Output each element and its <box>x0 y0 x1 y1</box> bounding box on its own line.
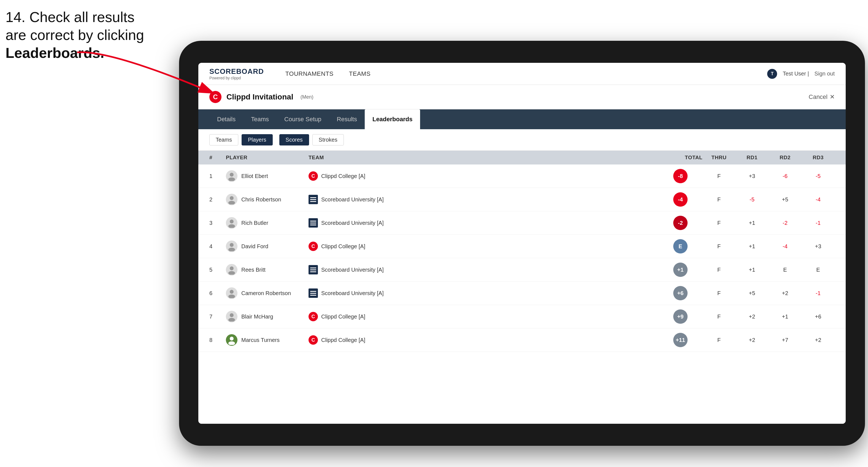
tab-nav: Details Teams Course Setup Results Leade… <box>198 110 846 129</box>
rd3: +6 <box>802 314 835 320</box>
team-logo: C <box>309 172 318 181</box>
team-name: Clippd College [A] <box>321 243 365 250</box>
team-cell: C Clippd College [A] <box>309 242 658 251</box>
avatar <box>226 194 238 205</box>
tab-leaderboards[interactable]: Leaderboards <box>365 110 421 129</box>
sign-out-link[interactable]: Sign out <box>814 70 835 77</box>
thru: F <box>703 267 736 273</box>
tab-course-setup[interactable]: Course Setup <box>277 110 329 129</box>
player-name-cell: Cameron Robertson <box>226 287 309 299</box>
col-rd3: RD3 <box>802 155 835 161</box>
logo-text: SCOREBOARD <box>209 67 264 76</box>
svg-point-2 <box>228 178 235 181</box>
svg-point-14 <box>228 318 235 321</box>
total-cell: +1 <box>658 262 703 277</box>
player-name: Chris Robertson <box>241 196 281 203</box>
score-badge: -4 <box>673 192 688 207</box>
svg-point-1 <box>230 173 234 177</box>
thru: F <box>703 220 736 226</box>
rd3: +2 <box>802 337 835 343</box>
svg-point-15 <box>230 337 234 341</box>
rank: 6 <box>209 290 226 297</box>
col-total: TOTAL <box>658 155 703 161</box>
rd1: +3 <box>736 173 769 179</box>
team-name: Scoreboard University [A] <box>321 267 384 273</box>
filter-row: Teams Players Scores Strokes <box>198 129 846 151</box>
player-name: David Ford <box>241 243 268 250</box>
team-logo <box>309 288 318 298</box>
logo-sub: Powered by clippd <box>209 76 264 80</box>
rank: 4 <box>209 243 226 250</box>
total-cell: +11 <box>658 333 703 347</box>
col-player: PLAYER <box>226 155 309 161</box>
rd2: E <box>769 267 802 273</box>
team-name: Scoreboard University [A] <box>321 290 384 297</box>
filter-strokes[interactable]: Strokes <box>312 134 344 146</box>
tab-results[interactable]: Results <box>329 110 365 129</box>
rd2: +2 <box>769 290 802 297</box>
player-name-cell: David Ford <box>226 241 309 252</box>
table-row: 4 David Ford C Clippd College [A] E F +1… <box>198 235 846 258</box>
tab-teams[interactable]: Teams <box>243 110 277 129</box>
player-name: Rich Butler <box>241 220 268 226</box>
nav-teams[interactable]: TEAMS <box>341 63 378 85</box>
team-logo: C <box>309 312 318 321</box>
thru: F <box>703 314 736 320</box>
thru: F <box>703 337 736 343</box>
thru: F <box>703 290 736 297</box>
table-row: 6 Cameron Robertson Scoreboard Universit… <box>198 282 846 305</box>
filter-players[interactable]: Players <box>242 134 273 146</box>
score-badge: E <box>673 239 688 253</box>
table-row: 2 Chris Robertson Scoreboard University … <box>198 188 846 211</box>
cancel-button[interactable]: Cancel ✕ <box>809 93 835 100</box>
svg-point-12 <box>228 294 235 298</box>
avatar <box>226 334 238 346</box>
col-rd2: RD2 <box>769 155 802 161</box>
player-name-cell: Chris Robertson <box>226 194 309 205</box>
svg-point-10 <box>228 271 235 275</box>
team-cell: C Clippd College [A] <box>309 312 658 321</box>
filter-teams[interactable]: Teams <box>209 134 238 146</box>
avatar <box>226 217 238 229</box>
tab-details[interactable]: Details <box>209 110 243 129</box>
total-cell: -4 <box>658 192 703 207</box>
rd2: -2 <box>769 220 802 226</box>
team-name: Clippd College [A] <box>321 337 365 343</box>
total-cell: E <box>658 239 703 253</box>
player-name: Elliot Ebert <box>241 173 268 179</box>
team-cell: Scoreboard University [A] <box>309 195 658 204</box>
table-body: 1 Elliot Ebert C Clippd College [A] -8 F… <box>198 164 846 424</box>
score-badge: +1 <box>673 262 688 277</box>
thru: F <box>703 196 736 203</box>
rd3: -1 <box>802 220 835 226</box>
score-badge: +6 <box>673 286 688 300</box>
nav-tournaments[interactable]: TOURNAMENTS <box>278 63 341 85</box>
filter-scores[interactable]: Scores <box>279 134 309 146</box>
avatar <box>226 287 238 299</box>
table-row: 5 Rees Britt Scoreboard University [A] +… <box>198 258 846 282</box>
rd1: +1 <box>736 243 769 250</box>
player-name: Blair McHarg <box>241 314 273 320</box>
rd1: +2 <box>736 337 769 343</box>
svg-point-13 <box>230 313 234 317</box>
score-badge: +11 <box>673 333 688 347</box>
rd2: +5 <box>769 196 802 203</box>
rank: 1 <box>209 173 226 179</box>
table-header: # PLAYER TEAM TOTAL THRU RD1 RD2 RD3 <box>198 151 846 164</box>
rank: 2 <box>209 196 226 203</box>
score-badge: -8 <box>673 169 688 183</box>
svg-point-7 <box>230 243 234 247</box>
thru: F <box>703 173 736 179</box>
team-logo <box>309 195 318 204</box>
team-name: Clippd College [A] <box>321 173 365 179</box>
rank: 3 <box>209 220 226 226</box>
tournament-logo: C <box>209 91 221 103</box>
tournament-name: Clippd Invitational <box>226 93 293 101</box>
team-name: Scoreboard University [A] <box>321 196 384 203</box>
table-row: 7 Blair McHarg C Clippd College [A] +9 F… <box>198 305 846 329</box>
player-name-cell: Marcus Turners <box>226 334 309 346</box>
total-cell: -8 <box>658 169 703 183</box>
table-row: 8 Marcus Turners C Clippd College [A] +1… <box>198 329 846 352</box>
svg-point-4 <box>228 201 235 205</box>
svg-point-9 <box>230 267 234 270</box>
